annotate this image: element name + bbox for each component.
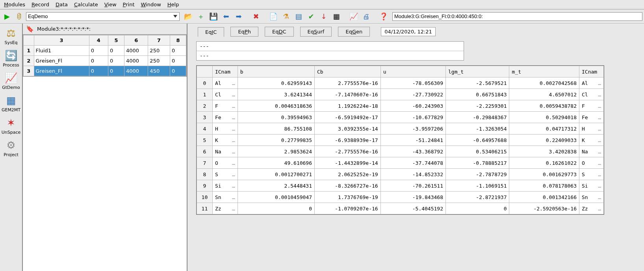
menu-window[interactable]: Window — [139, 1, 163, 8]
data-col-header[interactable]: u — [380, 66, 445, 77]
data-col-header[interactable]: ICnam — [579, 66, 604, 77]
data-row[interactable]: 0Al…0.629591432.7755576e-16-78.056309-2.… — [197, 77, 604, 89]
info-line-1: --- — [197, 42, 464, 51]
menu-view[interactable]: View — [102, 1, 119, 8]
data-row[interactable]: 11Zz…0-1.0709207e-16-5.40451920-2.592056… — [197, 203, 604, 214]
rec-col-header[interactable]: 4 — [89, 35, 108, 46]
cb-cell: 1.7376769e-19 — [315, 192, 381, 203]
rec-col-header[interactable]: 6 — [124, 35, 148, 46]
data-col-header[interactable]: m_t — [509, 66, 579, 77]
lgm-cell: -0.29848367 — [446, 112, 509, 123]
menu-data[interactable]: Data — [53, 1, 70, 8]
cb-cell: -2.7755576e-16 — [315, 146, 381, 157]
rec-col-header[interactable]: 8 — [170, 35, 186, 46]
tab-eqsurf[interactable]: EqSurf — [300, 27, 332, 37]
data-row[interactable]: 9Si…2.5448431-8.3266727e-16-70.261511-1.… — [197, 180, 604, 192]
lgm-cell: 0.53406215 — [446, 146, 509, 157]
module-select[interactable] — [26, 12, 180, 21]
menu-modules[interactable]: Modules — [2, 1, 28, 8]
record-row[interactable]: 2Greisen_Fl0040002500 — [24, 56, 186, 66]
record-cell: 250 — [148, 56, 170, 66]
plot-icon[interactable]: 📈 — [348, 11, 359, 22]
row-index: 4 — [197, 123, 213, 135]
nav-label: UnSpace — [2, 130, 21, 135]
list-icon[interactable]: ▤ — [293, 11, 304, 22]
cb-cell: -1.4432899e-14 — [315, 157, 381, 169]
rec-col-header[interactable]: 5 — [108, 35, 124, 46]
nav-process[interactable]: 🔄Process — [0, 47, 22, 69]
data-table[interactable]: ICnambCbulgm_tm_tICnam 0Al…0.629591432.7… — [197, 66, 604, 214]
data-col-header[interactable]: b — [238, 66, 314, 77]
icnam2-cell: Sn… — [579, 192, 604, 203]
rec-col-header[interactable]: 7 — [148, 35, 170, 46]
data-col-header[interactable]: ICnam — [212, 66, 238, 77]
menu-print[interactable]: Print — [121, 1, 137, 8]
data-row[interactable]: 10Sn…0.00104590471.7376769e-19-19.843468… — [197, 192, 604, 203]
forward-icon[interactable]: ➡ — [233, 11, 244, 22]
db-icon[interactable]: 🛢 — [13, 11, 24, 22]
grid-icon[interactable]: ▦ — [331, 11, 342, 22]
data-row[interactable]: 2F…0.00463186361.1926224e-18-60.243903-2… — [197, 100, 604, 112]
path-input[interactable] — [392, 12, 642, 21]
nav-project[interactable]: ⚙Project — [0, 136, 22, 159]
save-icon[interactable]: 💾 — [208, 11, 219, 22]
b-cell: 0.0012700271 — [238, 169, 314, 180]
nav-gtdemo[interactable]: 📈GtDemo — [0, 69, 22, 92]
tab-eqdc[interactable]: EqDC — [265, 27, 294, 37]
mt-cell: 0.16261022 — [509, 157, 579, 169]
filter-icon[interactable]: 🔖 — [24, 24, 35, 35]
record-row[interactable]: 1Fluid10040002500 — [24, 46, 186, 56]
menu-record[interactable]: Record — [29, 1, 52, 8]
syseq-icon: ⚖ — [3, 26, 19, 40]
copy-icon[interactable]: 📄 — [268, 11, 279, 22]
tab-eqic[interactable]: EqIC — [198, 27, 224, 37]
nav-gem2mt[interactable]: ▦GEM2MT — [0, 92, 22, 114]
flask-icon[interactable]: ⚗ — [280, 11, 291, 22]
data-row[interactable]: 4H…86.7551083.0392355e-14-3.9597206-1.32… — [197, 123, 604, 135]
data-row[interactable]: 6Na…2.9853624-2.7755576e-16-43.3687920.5… — [197, 146, 604, 157]
help-icon[interactable]: ❓ — [378, 11, 389, 22]
project-icon: ⚙ — [3, 138, 19, 152]
run-icon[interactable]: ▶ — [2, 11, 13, 22]
nav-unspace[interactable]: ✶UnSpace — [0, 114, 22, 136]
u-cell: -51.24841 — [380, 135, 445, 146]
data-row[interactable]: 7O…49.610696-1.4432899e-14-37.744078-0.7… — [197, 157, 604, 169]
record-row[interactable]: 3Greisen_Fl0040004500 — [24, 66, 186, 76]
icnam-cell: Si… — [212, 180, 238, 192]
menu-calculate[interactable]: Calculate — [72, 1, 100, 8]
mt-cell: 4.6507012 — [509, 89, 579, 100]
data-row[interactable]: 8S…0.00127002712.0625252e-19-14.852332-2… — [197, 169, 604, 180]
data-row[interactable]: 3Fe…0.39594963-6.5919492e-17-10.677829-0… — [197, 112, 604, 123]
record-cell: 0 — [170, 56, 186, 66]
check-icon[interactable]: ✔ — [306, 11, 317, 22]
new-icon[interactable]: ＋ — [195, 11, 206, 22]
open-icon[interactable]: 📂 — [183, 11, 194, 22]
icnam2-cell: Fe… — [579, 112, 604, 123]
record-table[interactable]: 345678 1Fluid100400025002Greisen_Fl00400… — [23, 35, 186, 76]
b-cell: 2.9853624 — [238, 146, 314, 157]
row-index: 9 — [197, 180, 213, 192]
b-cell: 3.6241344 — [238, 89, 314, 100]
data-col-header[interactable]: Cb — [315, 66, 381, 77]
lgm-cell: 0.66751843 — [446, 89, 509, 100]
tab-eqgen[interactable]: EqGen — [338, 27, 370, 37]
back-icon[interactable]: ⬅ — [221, 11, 232, 22]
down-icon[interactable]: ↓ — [318, 11, 329, 22]
icnam2-cell: Si… — [579, 180, 604, 192]
rec-col-header[interactable]: 3 — [34, 35, 89, 46]
cb-cell: 1.1926224e-18 — [315, 100, 381, 112]
row-index: 2 — [197, 100, 213, 112]
icnam2-cell: Zz… — [579, 203, 604, 214]
data-row[interactable]: 1Cl…3.6241344-7.1470607e-16-27.7309220.6… — [197, 89, 604, 100]
nav-syseq[interactable]: ⚖SysEq — [0, 24, 22, 47]
data-row[interactable]: 5K…0.27799835-6.9388939e-17-51.24841-0.6… — [197, 135, 604, 146]
tab-eqph[interactable]: EqPh — [230, 27, 258, 37]
data-col-header[interactable]: lgm_t — [446, 66, 509, 77]
print-icon[interactable]: 🖨 — [361, 11, 372, 22]
u-cell: -78.056309 — [380, 77, 445, 89]
cb-cell: -7.1470607e-16 — [315, 89, 381, 100]
delete-icon[interactable]: ✖ — [251, 11, 262, 22]
icnam-cell: S… — [212, 169, 238, 180]
menu-help[interactable]: Help — [165, 1, 182, 8]
info-box: --- --- — [196, 41, 464, 61]
